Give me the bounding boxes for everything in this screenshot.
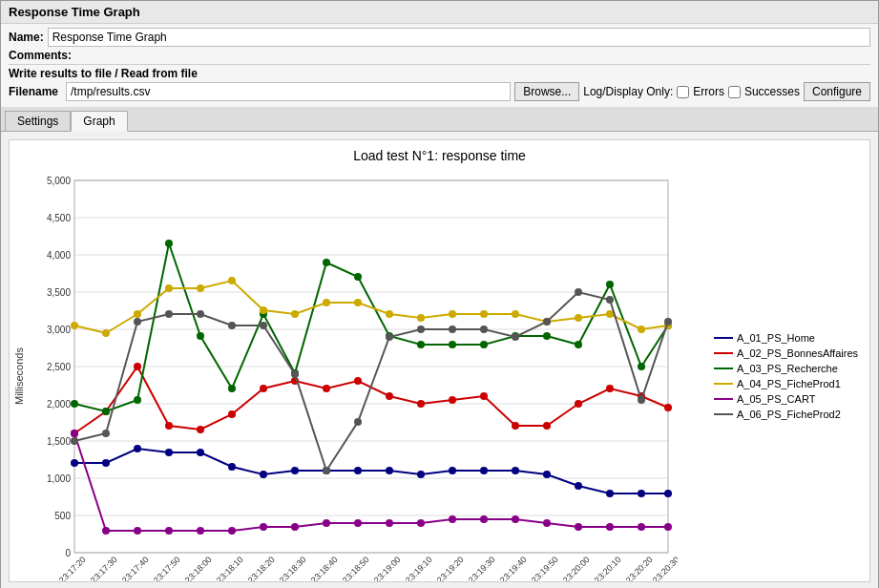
svg-text:500: 500: [54, 511, 71, 521]
svg-point-68: [228, 410, 236, 418]
svg-point-107: [197, 284, 204, 292]
svg-text:1,000: 1,000: [47, 473, 71, 484]
svg-point-134: [417, 519, 425, 527]
tabs-bar: Settings Graph: [1, 107, 878, 132]
svg-point-82: [664, 404, 672, 411]
svg-point-53: [386, 467, 393, 474]
svg-point-135: [449, 515, 456, 523]
svg-point-154: [417, 326, 425, 333]
legend-label-A04: A_04_PS_FicheProd1: [737, 378, 841, 389]
svg-point-150: [291, 370, 299, 378]
svg-point-54: [417, 471, 425, 478]
svg-point-112: [354, 299, 362, 306]
svg-point-92: [354, 273, 362, 281]
chart-svg: 5,000 4,500 4,000 3,500 3,000 2,500 2,00…: [29, 171, 678, 581]
svg-point-71: [323, 385, 330, 392]
chart-inner: Milliseconds: [10, 171, 869, 581]
line-A02: [74, 367, 668, 433]
svg-point-144: [102, 430, 110, 437]
legend-item-A01: A_01_PS_Home: [714, 332, 858, 344]
svg-point-126: [165, 527, 173, 535]
filename-label: Filename: [9, 85, 58, 98]
errors-checkbox[interactable]: [677, 86, 689, 98]
svg-point-46: [165, 449, 173, 456]
svg-point-87: [197, 332, 204, 340]
configure-button[interactable]: Configure: [804, 82, 870, 101]
svg-point-44: [102, 459, 110, 467]
tab-graph[interactable]: Graph: [71, 111, 127, 132]
svg-point-114: [417, 314, 425, 322]
chart-legend: A_01_PS_Home A_02_PS_BonnesAffaires A_03…: [710, 171, 869, 581]
browse-button[interactable]: Browse...: [514, 82, 579, 101]
svg-text:23:19:40: 23:19:40: [498, 555, 529, 581]
legend-label-A06: A_06_PS_FicheProd2: [737, 409, 841, 420]
window-title: Response Time Graph: [9, 5, 140, 19]
svg-text:23:17:30: 23:17:30: [89, 555, 119, 581]
legend-color-A05: [714, 398, 733, 400]
svg-point-162: [664, 318, 672, 326]
svg-text:23:19:20: 23:19:20: [435, 555, 466, 581]
file-section-label: Write results to file / Read from file: [9, 67, 870, 80]
form-area: Name: Comments: Write results to file / …: [1, 24, 878, 107]
svg-point-140: [606, 523, 614, 531]
svg-point-159: [575, 288, 582, 296]
legend-label-A01: A_01_PS_Home: [737, 332, 815, 344]
svg-point-158: [543, 318, 551, 326]
svg-point-61: [638, 490, 645, 497]
svg-point-161: [638, 396, 645, 404]
legend-label-A02: A_02_PS_BonnesAffaires: [737, 347, 858, 359]
svg-point-73: [386, 392, 393, 400]
svg-point-139: [575, 523, 582, 531]
svg-point-151: [323, 467, 330, 474]
svg-point-123: [71, 430, 78, 437]
svg-point-78: [543, 422, 551, 430]
svg-point-132: [354, 519, 362, 527]
svg-point-95: [449, 341, 456, 348]
svg-point-100: [606, 281, 614, 288]
svg-point-72: [354, 377, 362, 385]
svg-point-60: [606, 490, 614, 497]
svg-text:23:18:00: 23:18:00: [183, 555, 214, 581]
svg-point-76: [480, 392, 488, 400]
legend-item-A04: A_04_PS_FicheProd1: [714, 378, 858, 389]
svg-point-152: [354, 418, 362, 426]
svg-point-147: [197, 310, 204, 318]
svg-text:23:18:40: 23:18:40: [309, 555, 340, 581]
svg-point-153: [386, 333, 393, 341]
svg-point-117: [512, 310, 519, 318]
legend-color-A03: [714, 368, 733, 369]
svg-text:23:19:30: 23:19:30: [467, 555, 497, 581]
log-display-label: Log/Display Only:: [583, 85, 673, 98]
name-label: Name:: [9, 31, 44, 44]
svg-text:23:20:30: 23:20:30: [651, 555, 678, 581]
svg-point-136: [480, 515, 488, 523]
svg-point-131: [323, 519, 330, 527]
svg-point-48: [228, 463, 236, 471]
svg-point-86: [165, 240, 173, 247]
svg-point-77: [512, 422, 519, 430]
name-input[interactable]: [48, 28, 870, 47]
svg-point-47: [197, 449, 204, 456]
svg-point-52: [354, 467, 362, 474]
svg-point-143: [71, 437, 78, 445]
svg-point-101: [638, 363, 645, 370]
svg-point-127: [197, 527, 204, 535]
errors-label: Errors: [693, 85, 724, 98]
svg-point-116: [480, 310, 488, 318]
chart-svg-area: 5,000 4,500 4,000 3,500 3,000 2,500 2,00…: [29, 171, 710, 581]
svg-point-55: [449, 467, 456, 474]
legend-color-A04: [714, 383, 733, 385]
successes-checkbox[interactable]: [728, 86, 741, 98]
chart-title: Load test N°1: response time: [10, 148, 869, 163]
svg-point-108: [228, 277, 236, 284]
svg-point-65: [134, 363, 141, 370]
svg-point-94: [417, 341, 425, 348]
filename-input[interactable]: [66, 82, 511, 101]
svg-point-124: [102, 527, 110, 535]
svg-text:23:19:50: 23:19:50: [530, 555, 560, 581]
svg-text:23:18:20: 23:18:20: [246, 555, 277, 581]
svg-text:23:19:00: 23:19:00: [372, 555, 403, 581]
svg-point-59: [575, 482, 582, 490]
svg-point-58: [543, 471, 551, 478]
tab-settings[interactable]: Settings: [5, 111, 71, 131]
